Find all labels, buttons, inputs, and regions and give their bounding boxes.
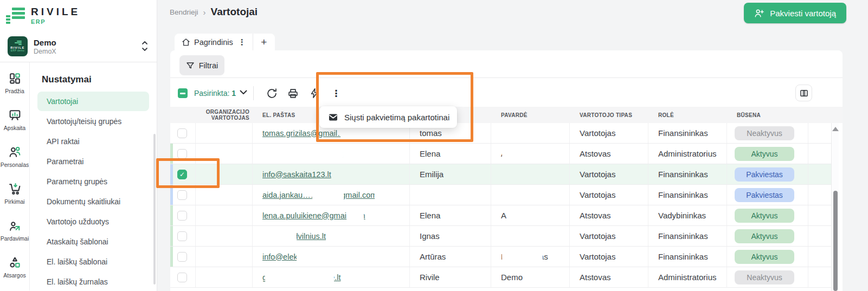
- sidebar-item-ataskait-ablonai[interactable]: Ataskaitų šablonai: [37, 232, 149, 251]
- dashboard-icon: [8, 71, 22, 85]
- refresh-icon[interactable]: [266, 87, 278, 99]
- menu-scrollbar[interactable]: [153, 134, 156, 284]
- cell-email: info@saskaita123.lt: [253, 164, 410, 184]
- lightning-icon[interactable]: [308, 87, 320, 99]
- mail-icon: [328, 112, 338, 122]
- row-checkbox[interactable]: [177, 211, 187, 221]
- settings-menu-title: Nustatymai: [42, 74, 157, 85]
- table-toolbar: Pasirinkta: 1 ⋮: [170, 77, 843, 107]
- sidebar-item-parametr-grup-s[interactable]: Parametrų grupės: [37, 172, 149, 191]
- tab-kebab-icon[interactable]: ⋮: [237, 37, 247, 47]
- table-row[interactable]: s…………ienė@rivile.ltElenaA……………AtstovasAd…: [170, 144, 831, 164]
- cell-checkbox: [170, 267, 196, 287]
- scroll-up-arrow-icon[interactable]: [832, 127, 839, 131]
- sidebar-item-vartotojai[interactable]: Vartotojai: [37, 92, 149, 111]
- cell-role: Administratorius: [648, 144, 727, 164]
- cell-role: Finansininkas: [648, 123, 727, 143]
- workspace-selector[interactable]: RIVILE ERP demo Demo DemoX: [0, 31, 157, 62]
- filters-button[interactable]: Filtrai: [179, 55, 224, 75]
- sidebar-item-parametrai[interactable]: Parametrai: [37, 152, 149, 171]
- sidebar-item-el-lai-k-ablonai[interactable]: El. laiškų šablonai: [37, 252, 149, 271]
- row-checkbox[interactable]: ✓: [177, 170, 187, 179]
- cell-organization: [196, 185, 253, 205]
- cell-first-name: [410, 185, 491, 205]
- cell-spacer: [808, 205, 831, 225]
- column-header-organizacijo-vartotojas[interactable]: ORGANIZACIJO VARTOTOJAS: [196, 107, 253, 123]
- home-icon: [182, 38, 190, 47]
- cell-organization: [196, 247, 253, 267]
- cell-user-type: Atstovas: [570, 205, 648, 225]
- rail-item-pirkimai[interactable]: Pirkimai: [0, 182, 29, 205]
- cell-first-name: Artūras: [410, 247, 491, 267]
- column-header-vartotojo-tipas[interactable]: VARTOTOJO TIPAS: [570, 107, 648, 123]
- cell-status: Pakviestas: [727, 164, 808, 184]
- cell-user-type: Atstovas: [570, 267, 648, 287]
- row-checkbox[interactable]: [177, 190, 187, 200]
- chevron-down-icon[interactable]: [240, 90, 247, 95]
- column-header-rol-[interactable]: ROLĖ: [648, 107, 727, 123]
- row-checkbox[interactable]: [177, 231, 187, 241]
- status-badge: Pakviestas: [735, 167, 794, 182]
- rail-item-apskaita[interactable]: Apskaita: [0, 108, 29, 131]
- column-header-empty: [808, 107, 831, 123]
- table-row[interactable]: g……audiene@rivile.ltRivileDemoAtstovasAd…: [170, 267, 831, 288]
- rail-item-pardavimai[interactable]: Pardavimai: [0, 218, 29, 242]
- breadcrumb: Bendrieji › Vartotojai: [170, 6, 258, 18]
- sidebar-item-vartotoj-teisi-grup-s[interactable]: Vartotojų/teisių grupės: [37, 112, 149, 131]
- cell-status: Pakviestas: [727, 185, 808, 205]
- column-settings-button[interactable]: [795, 85, 812, 101]
- cell-email: s…………ienė@rivile.lt: [253, 144, 410, 164]
- column-header-b-sena[interactable]: BŪSENA: [727, 107, 808, 123]
- cell-spacer: [808, 185, 831, 205]
- view-tabs: Pagrindinis ⋮ +: [175, 34, 275, 50]
- rail-item-atsargos[interactable]: Atsargos: [0, 255, 29, 279]
- sidebar-item-el-lai-k-urnalas[interactable]: El. laiškų žurnalas: [37, 272, 149, 291]
- rail-item-personalas[interactable]: Personalas: [0, 145, 29, 168]
- email-link[interactable]: info@saskaita123.lt: [262, 170, 331, 179]
- add-tab-button[interactable]: +: [253, 34, 275, 50]
- context-menu-item-resend-invite[interactable]: Siųsti pakvietimą pakartotinai: [344, 113, 449, 122]
- table-body: tomas.grizilas@gmail….tomasVartotojasFin…: [170, 123, 831, 288]
- more-actions-kebab-icon[interactable]: ⋮: [330, 87, 342, 99]
- print-icon[interactable]: [287, 87, 299, 99]
- sidebar-item-vartotojo-u-duotys[interactable]: Vartotojo užduotys: [37, 212, 149, 231]
- rail-item-label: Personalas: [1, 161, 29, 168]
- table-row[interactable]: aida.jankau……ienė@gmail.comVartotojasFin…: [170, 185, 831, 205]
- cell-checkbox: [170, 205, 196, 225]
- settings-menu: Nustatymai VartotojaiVartotojų/teisių gr…: [30, 62, 157, 290]
- cell-first-name: Ignas: [410, 226, 491, 246]
- table-scrollbar[interactable]: [831, 123, 839, 291]
- cell-user-type: Vartotojas: [570, 226, 648, 246]
- breadcrumb-parent[interactable]: Bendrieji: [170, 8, 198, 16]
- tab-pagrindinis[interactable]: Pagrindinis ⋮: [175, 34, 253, 50]
- table-row[interactable]: lena.a.puluikiene@gmail.comElenaAAtstova…: [170, 205, 831, 226]
- email-link[interactable]: tomas.grizilas@gmail….: [262, 129, 348, 138]
- chevron-updown-icon[interactable]: [142, 40, 148, 52]
- cell-organization: [196, 164, 253, 184]
- cell-first-name: Elena: [410, 144, 491, 164]
- scrollbar-thumb[interactable]: [833, 191, 838, 291]
- people-icon: [8, 145, 22, 159]
- funnel-icon: [186, 61, 195, 70]
- cell-status: Neaktyvus: [727, 123, 808, 143]
- row-checkbox[interactable]: [177, 128, 187, 138]
- sidebar-item-dokument-skaitliukai[interactable]: Dokumentų skaitliukai: [37, 192, 149, 211]
- context-menu[interactable]: Siųsti pakvietimą pakartotinai: [319, 106, 457, 128]
- table-row[interactable]: ignas@bdvilnius.ltIgnasKazlau……Vartotoja…: [170, 226, 831, 247]
- table-row[interactable]: info@elektrapos.ltArtūrasP………akasVartoto…: [170, 247, 831, 267]
- sidebar-item-api-raktai[interactable]: API raktai: [37, 132, 149, 151]
- invite-user-button[interactable]: Pakviesti vartotoją: [744, 3, 846, 23]
- status-badge: Aktyvus: [735, 209, 794, 223]
- select-all-checkbox[interactable]: [178, 88, 188, 98]
- cell-status: Aktyvus: [727, 226, 808, 246]
- row-checkbox[interactable]: [177, 149, 187, 159]
- table-row[interactable]: tomas.grizilas@gmail….tomasVartotojasFin…: [170, 123, 831, 144]
- cell-checkbox: [170, 226, 196, 246]
- column-header-pavard-[interactable]: PAVARDĖ: [491, 107, 570, 123]
- table-row[interactable]: ✓info@saskaita123.ltEmilija………ytėVartoto…: [170, 164, 831, 185]
- row-checkbox[interactable]: [177, 273, 187, 282]
- main-area: Bendrieji › Vartotojai Pakviesti vartoto…: [158, 0, 868, 291]
- row-checkbox[interactable]: [177, 252, 187, 262]
- status-badge: Aktyvus: [735, 229, 794, 243]
- rail-item-pradžia[interactable]: Pradžia: [0, 71, 29, 94]
